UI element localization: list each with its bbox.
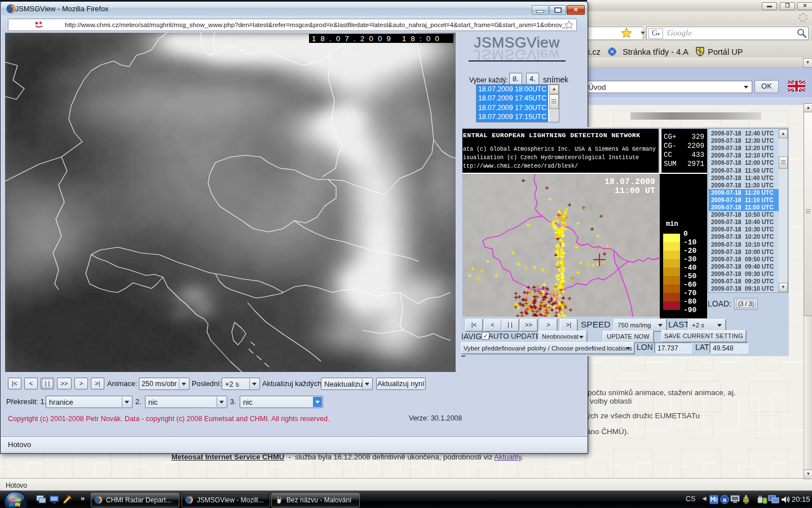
svg-text:a: a — [723, 496, 727, 503]
svg-text:18.07.2009: 18.07.2009 — [604, 177, 655, 187]
svg-text:11:00 UT: 11:00 UT — [615, 186, 655, 196]
svg-text:18.07.2009 18:00: 18.07.2009 18:00 — [312, 34, 444, 43]
